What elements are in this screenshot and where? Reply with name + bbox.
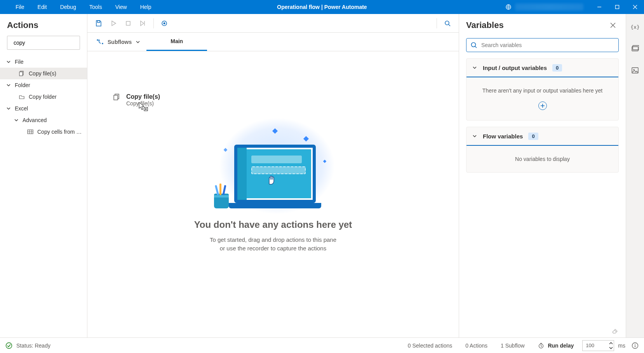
status-selected-actions: 0 Selected actions [403,343,457,349]
action-item-copy-files[interactable]: Copy file(s) [0,68,87,79]
svg-point-20 [634,69,635,70]
action-item-label: Copy folder [29,94,57,100]
tab-label: Main [171,38,183,44]
subflows-dropdown[interactable]: Subflows [91,33,146,51]
menu-help[interactable]: Help [140,4,151,10]
tree-group-folder[interactable]: Folder [0,79,87,91]
search-icon [470,42,477,49]
status-run-delay: Run delay [533,343,579,349]
chevron-down-icon [14,118,19,122]
tree-group-file[interactable]: File [0,56,87,68]
menu-debug[interactable]: Debug [60,4,76,10]
subflows-icon [97,38,104,45]
section-label: Flow variables [483,133,523,140]
clock-icon [538,343,544,349]
tree-group-label: Excel [15,105,28,112]
stop-button[interactable] [122,17,135,30]
images-strip-button[interactable] [629,65,641,76]
close-variables-panel-button[interactable] [607,19,619,31]
flow-canvas[interactable]: Copy file(s) Copy file(s) [87,51,459,337]
status-text: Status: Ready [16,343,50,349]
svg-point-10 [445,21,449,25]
title-bar: File Edit Debug Tools View Help Operatio… [0,0,644,14]
environment-chip[interactable] [505,3,583,10]
status-ok-icon [5,342,12,349]
svg-point-12 [102,43,103,44]
menu-edit[interactable]: Edit [38,4,47,10]
menu-tools[interactable]: Tools [89,4,102,10]
info-icon[interactable] [632,342,639,349]
variables-panel: Variables Input / output variables 0 The… [459,14,626,337]
copy-files-icon [19,70,25,77]
flow-tabs: Subflows Main [87,33,459,51]
drag-preview-title: Copy file(s) [126,93,160,100]
section-flow-variables-header[interactable]: Flow variables 0 [466,127,618,146]
menu-view[interactable]: View [115,4,127,10]
add-io-variable-button[interactable] [538,101,547,110]
status-bar: Status: Ready 0 Selected actions 0 Actio… [0,337,644,353]
svg-rect-6 [97,21,100,23]
run-delay-unit: ms [618,343,625,349]
empty-state-line2: or use the recorder to capture the actio… [220,245,326,252]
variables-panel-title: Variables [466,20,504,30]
svg-rect-15 [144,107,148,111]
cursor-drag-copy-icon [139,102,148,111]
copy-folder-icon [19,94,25,100]
chevron-down-icon [6,106,11,111]
section-flow-variables: Flow variables 0 No variables to display [466,127,619,173]
tree-group-label: Advanced [23,117,47,123]
actions-panel-title: Actions [0,14,87,36]
status-subflows: 1 Subflow [496,343,529,349]
recorder-button[interactable] [158,17,171,30]
subflows-label: Subflows [108,39,132,45]
toolbar-separator [153,18,154,28]
flow-empty-message: No variables to display [515,156,570,162]
empty-state-heading: You don't have any actions here yet [194,219,352,230]
run-delay-up[interactable] [609,341,613,346]
chevron-down-icon [6,83,11,87]
action-item-label: Copy cells from E... [37,129,84,135]
editor-search-button[interactable] [441,17,454,30]
variables-strip-button[interactable]: {x} [629,21,641,33]
action-item-copy-cells[interactable]: Copy cells from E... [0,126,87,138]
svg-rect-14 [114,95,118,100]
toolbar-separator [437,18,437,28]
chevron-down-icon [136,40,140,44]
tree-group-excel[interactable]: Excel [0,103,87,114]
section-label: Input / output variables [483,65,547,71]
copy-files-icon [113,93,121,101]
plus-icon [540,103,545,108]
actions-search[interactable] [7,36,80,50]
action-item-copy-folder[interactable]: Copy folder [0,91,87,103]
run-delay-down[interactable] [609,346,613,350]
tree-group-advanced[interactable]: Advanced [0,114,87,126]
actions-panel: Actions File Copy file(s) Folder Copy fo… [0,14,87,337]
empty-state-line1: To get started, drag and drop actions to… [210,236,336,243]
clear-variables-icon[interactable] [611,327,619,334]
variables-search[interactable] [466,38,619,52]
run-next-button[interactable] [136,17,150,30]
actions-tree: File Copy file(s) Folder Copy folder Exc… [0,54,87,138]
editor-area: Subflows Main Copy file(s) Copy file(s) [87,14,459,337]
environment-name-blurred [515,3,583,10]
save-button[interactable] [92,17,105,30]
svg-rect-1 [616,5,619,9]
drag-preview-subtitle: Copy file(s) [126,100,160,107]
svg-rect-19 [632,68,638,73]
svg-point-16 [472,43,476,47]
minimize-button[interactable] [590,0,608,14]
maximize-button[interactable] [608,0,626,14]
tab-main[interactable]: Main [146,33,207,51]
variables-search-input[interactable] [481,42,614,48]
menu-file[interactable]: File [16,4,24,10]
ui-elements-strip-button[interactable] [629,43,641,54]
editor-toolbar [87,14,459,33]
run-delay-input[interactable]: 100 [582,340,614,351]
run-button[interactable] [107,17,120,30]
close-window-button[interactable] [626,0,644,14]
run-delay-value: 100 [586,343,594,348]
section-io-variables: Input / output variables 0 There aren't … [466,58,619,121]
actions-search-input[interactable] [14,40,82,46]
section-io-variables-header[interactable]: Input / output variables 0 [466,59,618,77]
drag-preview: Copy file(s) Copy file(s) [113,93,160,107]
